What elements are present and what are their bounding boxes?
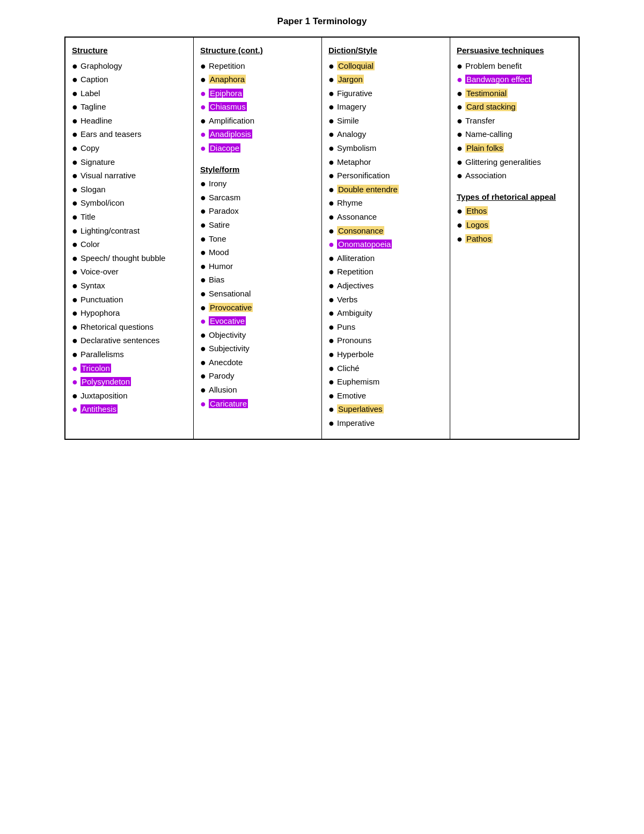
item-text: Repetition <box>337 266 443 277</box>
section-header-3-1: Types of rhetorical appeal <box>457 192 572 202</box>
item-text: Voice-over <box>80 266 187 277</box>
item-text: Bandwagon effect <box>465 74 572 85</box>
item-text: Double entendre <box>337 184 443 195</box>
item-text: Satire <box>209 219 315 230</box>
list-item: ●Amplification <box>200 115 315 127</box>
item-text: Signature <box>80 156 187 168</box>
item-text: Color <box>80 238 187 250</box>
bullet-icon: ● <box>328 157 337 169</box>
bullet-icon: ● <box>457 206 465 217</box>
bullet-icon: ● <box>328 253 337 265</box>
list-item: ●Chiasmus <box>200 101 315 113</box>
list-item: ●Analogy <box>328 128 443 141</box>
item-text: Title <box>80 211 187 222</box>
list-item: ●Parallelisms <box>72 349 187 361</box>
list-item: ●Ambiguity <box>328 307 443 320</box>
bullet-icon: ● <box>72 363 80 375</box>
bullet-icon: ● <box>457 129 465 141</box>
list-item: ●Diacope <box>200 142 315 155</box>
item-text: Provocative <box>209 302 315 313</box>
bullet-icon: ● <box>200 385 209 396</box>
bullet-icon: ● <box>328 349 337 361</box>
list-item: ●Parody <box>200 370 315 382</box>
list-item: ●Color <box>72 238 187 251</box>
bullet-icon: ● <box>72 226 80 237</box>
item-text: Speech/ thought bubble <box>80 252 187 264</box>
list-item: ●Antithesis <box>72 403 187 416</box>
bullet-icon: ● <box>72 212 80 223</box>
item-text: Personification <box>337 170 443 181</box>
item-text: Slogan <box>80 184 187 195</box>
bullet-icon: ● <box>200 101 209 113</box>
bullet-icon: ● <box>72 184 80 196</box>
bullet-icon: ● <box>200 192 209 204</box>
list-item: ●Sarcasm <box>200 192 315 204</box>
item-text: Subjectivity <box>209 343 315 354</box>
bullet-icon: ● <box>72 198 80 209</box>
bullet-icon: ● <box>328 226 337 237</box>
list-item: ●Alliteration <box>328 252 443 265</box>
item-text: Lighting/contrast <box>80 225 187 236</box>
list-item: ●Transfer <box>457 115 572 127</box>
list-item: ●Testimonial <box>457 88 572 100</box>
bullet-icon: ● <box>200 247 209 259</box>
col-header-diction-style: Diction/Style <box>328 45 443 56</box>
item-text: Caricature <box>209 398 315 409</box>
list-item: ●Jargon <box>328 74 443 86</box>
bullet-icon: ● <box>200 88 209 100</box>
item-text: Ambiguity <box>337 307 443 318</box>
item-text: Metaphor <box>337 156 443 168</box>
list-item: ●Euphemism <box>328 376 443 388</box>
list-item: ●Double entendre <box>328 184 443 196</box>
list-item: ●Imagery <box>328 101 443 113</box>
bullet-icon: ● <box>72 280 80 292</box>
list-item: ●Bandwagon effect <box>457 74 572 86</box>
bullet-icon: ● <box>72 74 80 86</box>
list-item: ●Caption <box>72 74 187 86</box>
bullet-icon: ● <box>328 335 337 347</box>
list-item: ●Verbs <box>328 294 443 306</box>
list-item: ●Onomatopoeia <box>328 238 443 251</box>
list-item: ●Allusion <box>200 384 315 396</box>
bullet-icon: ● <box>457 88 465 100</box>
list-item: ●Consonance <box>328 225 443 237</box>
list-item: ●Hypophora <box>72 307 187 320</box>
item-text: Repetition <box>209 60 315 71</box>
item-text: Tone <box>209 233 315 244</box>
bullet-icon: ● <box>328 143 337 155</box>
bullet-icon: ● <box>457 170 465 182</box>
bullet-icon: ● <box>72 239 80 251</box>
item-text: Figurative <box>337 88 443 99</box>
bullet-icon: ● <box>457 61 465 72</box>
item-text: Antithesis <box>80 403 187 415</box>
item-text: Jargon <box>337 74 443 85</box>
item-text: Logos <box>465 219 572 230</box>
bullet-icon: ● <box>328 129 337 141</box>
list-item: ●Problem benefit <box>457 60 572 72</box>
col-structure-cont: Structure (cont.)●Repetition●Anaphora●Ep… <box>194 38 322 439</box>
item-text: Tagline <box>80 101 187 112</box>
list-item: ●Voice-over <box>72 266 187 278</box>
col-persuasive-techniques: Persuasive techniques●Problem benefit●Ba… <box>450 38 579 439</box>
list-item: ●Tone <box>200 233 315 245</box>
bullet-icon: ● <box>200 74 209 86</box>
list-item: ●Emotive <box>328 390 443 402</box>
bullet-icon: ● <box>328 88 337 100</box>
bullet-icon: ● <box>200 371 209 382</box>
item-text: Parody <box>209 370 315 381</box>
bullet-icon: ● <box>328 418 337 430</box>
bullet-icon: ● <box>328 212 337 223</box>
item-text: Parallelisms <box>80 349 187 360</box>
item-text: Polysyndeton <box>80 376 187 387</box>
list-item: ●Metaphor <box>328 156 443 169</box>
item-text: Graphology <box>80 60 187 71</box>
bullet-icon: ● <box>200 143 209 155</box>
bullet-icon: ● <box>328 239 337 251</box>
bullet-icon: ● <box>200 115 209 127</box>
list-item: ●Juxtaposition <box>72 390 187 402</box>
list-item: ●Syntax <box>72 280 187 292</box>
item-text: Irony <box>209 178 315 189</box>
list-item: ●Subjectivity <box>200 343 315 355</box>
item-text: Rhetorical questions <box>80 321 187 332</box>
item-text: Copy <box>80 142 187 154</box>
